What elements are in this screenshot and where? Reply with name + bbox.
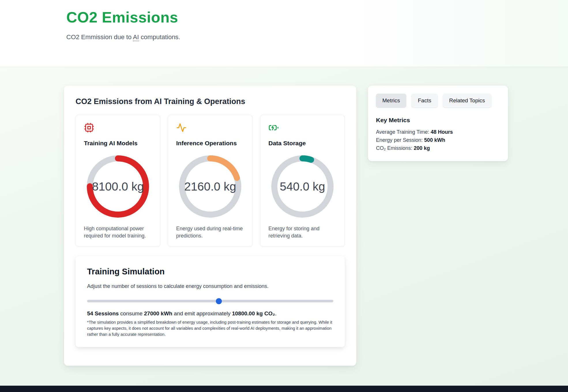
result-kwh: 27000 kWh — [144, 310, 172, 316]
result-text: and emit approximately — [172, 310, 232, 316]
sidebar-tab-row: Metrics Facts Related Topics — [376, 94, 500, 108]
training-gauge: 8100.0 kg — [84, 153, 151, 220]
tab-facts[interactable]: Facts — [411, 94, 437, 108]
metric-description: Energy used during real-time predictions… — [176, 225, 244, 240]
emissions-panel: CO2 Emissions from AI Training & Operati… — [64, 86, 356, 366]
metric-label: CO₂ Emissions: — [376, 145, 412, 151]
subtitle-text-prefix: CO2 Emmission due to — [66, 33, 133, 41]
metric-card-training: Training AI Models 8100.0 kg High comput… — [76, 115, 160, 247]
metric-label: Energy per Session: — [376, 137, 423, 143]
metrics-sidebar: Metrics Facts Related Topics Key Metrics… — [368, 86, 508, 161]
list-item: Average Training Time: 48 Hours — [376, 128, 500, 136]
simulation-result: 54 Sessions consume 27000 kWh and emit a… — [87, 310, 333, 317]
result-text: consume — [119, 310, 144, 316]
simulation-heading: Training Simulation — [87, 267, 333, 276]
ai-abbreviation[interactable]: AI — [133, 33, 139, 41]
metric-value: 200 kg — [414, 145, 430, 151]
sessions-slider[interactable] — [87, 300, 333, 302]
metric-card-row: Training AI Models 8100.0 kg High comput… — [76, 115, 345, 247]
key-metrics-list: Average Training Time: 48 Hours Energy p… — [376, 128, 500, 152]
result-sessions: 54 Sessions — [87, 310, 119, 316]
battery-charging-icon — [268, 122, 279, 133]
footer-bar — [0, 386, 568, 392]
gauge-value: 8100.0 kg — [84, 153, 151, 220]
list-item: CO₂ Emissions: 200 kg — [376, 144, 500, 152]
metric-title: Training AI Models — [84, 140, 152, 147]
metric-card-storage: Data Storage 540.0 kg Energy for storing… — [260, 115, 345, 247]
metric-description: High computational power required for mo… — [84, 225, 152, 240]
result-co2: 10800.00 kg CO₂ — [232, 310, 275, 316]
metric-value: 48 Hours — [431, 129, 453, 135]
tab-metrics[interactable]: Metrics — [376, 94, 406, 108]
result-text: . — [275, 310, 277, 316]
metric-card-inference: Inference Operations 2160.0 kg Energy us… — [168, 115, 253, 247]
subtitle-text-suffix: computations. — [139, 33, 180, 41]
metric-label: Average Training Time: — [376, 129, 429, 135]
key-metrics-heading: Key Metrics — [376, 117, 500, 124]
training-simulation-panel: Training Simulation Adjust the number of… — [76, 256, 345, 347]
page-title: CO2 Emissions — [66, 9, 568, 26]
cpu-icon — [84, 122, 94, 133]
activity-icon — [176, 122, 187, 133]
emissions-panel-heading: CO2 Emissions from AI Training & Operati… — [76, 97, 345, 106]
metric-description: Energy for storing and retrieving data. — [268, 225, 336, 240]
simulation-instruction: Adjust the number of sessions to calcula… — [87, 283, 333, 289]
simulation-disclaimer: *The simulation provides a simplified br… — [87, 319, 333, 338]
storage-gauge: 540.0 kg — [269, 153, 336, 220]
inference-gauge: 2160.0 kg — [177, 153, 244, 220]
gauge-value: 540.0 kg — [269, 153, 336, 220]
page-header: CO2 Emissions CO2 Emmission due to AI co… — [0, 0, 568, 67]
page-subtitle: CO2 Emmission due to AI computations. — [66, 33, 568, 41]
list-item: Energy per Session: 500 kWh — [376, 136, 500, 144]
metric-title: Inference Operations — [176, 140, 244, 147]
metric-title: Data Storage — [268, 140, 336, 147]
tab-related-topics[interactable]: Related Topics — [443, 94, 491, 108]
gauge-value: 2160.0 kg — [177, 153, 244, 220]
metric-value: 500 kWh — [424, 137, 445, 143]
sessions-slider-thumb[interactable] — [216, 298, 222, 304]
